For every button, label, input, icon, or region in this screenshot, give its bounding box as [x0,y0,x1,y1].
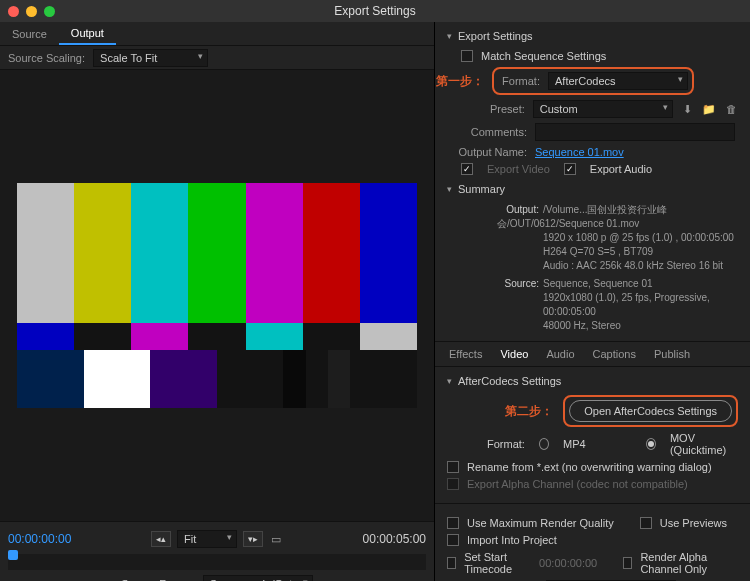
use-previews-checkbox[interactable] [640,517,652,529]
radio-mov[interactable] [646,438,656,450]
export-alpha-checkbox [447,478,459,490]
export-video-label: Export Video [487,163,550,175]
chevron-down-icon: ▾ [447,184,452,194]
comments-label: Comments: [447,126,527,138]
tab-captions[interactable]: Captions [593,348,636,360]
radio-mp4[interactable] [539,438,549,450]
output-name-link[interactable]: Sequence 01.mov [535,146,624,158]
settings-tabs: Effects Video Audio Captions Publish [435,341,750,367]
max-quality-checkbox[interactable] [447,517,459,529]
next-frame-icon[interactable]: ▾▸ [243,531,263,547]
import-project-checkbox[interactable] [447,534,459,546]
format-highlight: Format: AfterCodecs [492,67,694,95]
export-alpha-label: Export Alpha Channel (codec not compatib… [467,478,688,490]
timecode-in[interactable]: 00:00:00:00 [8,532,71,546]
rename-checkbox[interactable] [447,461,459,473]
timecode-out: 00:00:05:00 [363,532,426,546]
chevron-down-icon: ▾ [447,376,452,386]
export-video-checkbox [461,163,473,175]
preset-label: Preset: [447,103,525,115]
tab-output[interactable]: Output [59,23,116,45]
export-audio-label: Export Audio [590,163,652,175]
window-title: Export Settings [0,4,750,18]
save-preset-icon[interactable]: ⬇ [681,102,695,116]
chevron-down-icon: ▾ [447,31,452,41]
delete-preset-icon[interactable]: 🗑 [724,102,738,116]
preview-panel: Source Output Source Scaling: Scale To F… [0,22,435,581]
annotation-step2: 第二步： [505,403,553,420]
settings-panel: ▾Export Settings Match Sequence Settings… [435,22,750,581]
match-sequence-checkbox[interactable] [461,50,473,62]
ac-format-label: Format: [487,438,525,450]
summary-output: Output:/Volume...国创业投资行业峰会/OUT/0612/Sequ… [497,203,738,333]
titlebar: Export Settings [0,0,750,22]
color-bars [17,183,417,408]
comments-input[interactable] [535,123,735,141]
tab-effects[interactable]: Effects [449,348,482,360]
tab-publish[interactable]: Publish [654,348,690,360]
format-select[interactable]: AfterCodecs [548,72,688,90]
zoom-select[interactable]: Fit [177,530,237,548]
timeline[interactable] [8,554,426,570]
source-scaling-select[interactable]: Scale To Fit [93,49,208,67]
preview-tabs: Source Output [0,22,434,46]
render-alpha-checkbox[interactable] [623,557,632,569]
rename-label: Rename from *.ext (no overwriting warnin… [467,461,712,473]
playhead-icon[interactable] [8,550,18,560]
tab-source[interactable]: Source [0,24,59,44]
tab-video[interactable]: Video [500,348,528,360]
summary-header[interactable]: ▾Summary [447,183,738,195]
open-settings-highlight: Open AfterCodecs Settings [563,395,738,427]
open-aftercodecs-button[interactable]: Open AfterCodecs Settings [569,400,732,422]
aspect-icon[interactable]: ▭ [269,532,283,546]
aftercodecs-header[interactable]: ▾AfterCodecs Settings [447,375,738,387]
preview-area [0,70,434,521]
export-audio-checkbox[interactable] [564,163,576,175]
annotation-step1: 第一步： [436,73,484,90]
preset-select[interactable]: Custom [533,100,673,118]
source-scaling-label: Source Scaling: [8,52,85,64]
bottom-options: Use Maximum Render Quality Use Previews … [435,503,750,581]
prev-frame-icon[interactable]: ◂▴ [151,531,171,547]
match-sequence-label: Match Sequence Settings [481,50,606,62]
output-name-label: Output Name: [447,146,527,158]
import-preset-icon[interactable]: 📁 [702,102,716,116]
source-range-select[interactable]: Sequence In/Out [203,575,313,581]
tab-audio[interactable]: Audio [546,348,574,360]
format-label: Format: [498,75,540,87]
set-start-tc-checkbox[interactable] [447,557,456,569]
export-settings-header[interactable]: ▾Export Settings [447,30,738,42]
